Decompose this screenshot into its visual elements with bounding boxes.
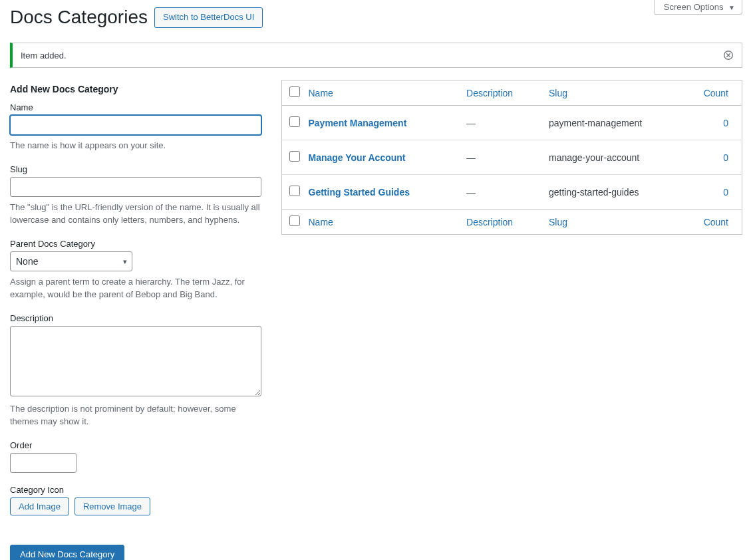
table-row: Getting Started Guides — getting-started… [282,175,742,210]
col-count-footer[interactable]: Count [704,217,728,227]
order-input[interactable] [10,453,76,473]
icon-label: Category Icon [10,485,261,495]
row-slug: getting-started-guides [542,175,688,210]
col-description-footer[interactable]: Description [466,217,513,227]
screen-options-label: Screen Options [664,2,724,12]
close-icon [724,51,733,60]
slug-help: The "slug" is the URL-friendly version o… [10,201,261,227]
select-all-bottom-checkbox[interactable] [289,215,300,226]
row-count-link[interactable]: 0 [723,152,728,163]
table-row: Payment Management — payment-management … [282,106,742,140]
description-textarea[interactable] [10,326,261,396]
row-description: — [460,175,542,210]
row-name-link[interactable]: Manage Your Account [309,152,406,163]
field-order: Order [10,440,261,473]
add-image-button[interactable]: Add Image [10,497,69,515]
row-checkbox[interactable] [289,151,300,162]
row-description: — [460,106,542,140]
row-name-link[interactable]: Payment Management [309,118,407,128]
description-label: Description [10,313,261,323]
row-slug: manage-your-account [542,140,688,175]
row-name-link[interactable]: Getting Started Guides [309,187,410,198]
categories-table: Name Description Slug Count Payment Mana… [281,80,742,235]
table-row: Manage Your Account — manage-your-accoun… [282,140,742,175]
field-slug: Slug The "slug" is the URL-friendly vers… [10,164,261,227]
field-description: Description The description is not promi… [10,313,261,428]
parent-select[interactable]: None [10,251,132,271]
switch-ui-button[interactable]: Switch to BetterDocs UI [154,7,263,28]
slug-label: Slug [10,164,261,174]
notice-success: Item added. [10,43,742,68]
chevron-down-icon: ▼ [728,4,735,11]
parent-help: Assign a parent term to create a hierarc… [10,275,261,301]
remove-image-button[interactable]: Remove Image [75,497,150,515]
row-count-link[interactable]: 0 [723,118,728,128]
col-name-footer[interactable]: Name [309,217,333,227]
page-title: Docs Categories [10,5,148,29]
row-description: — [460,140,542,175]
description-help: The description is not prominent by defa… [10,402,261,428]
col-slug-header[interactable]: Slug [549,88,567,98]
row-count-link[interactable]: 0 [723,187,728,198]
field-name: Name The name is how it appears on your … [10,102,261,152]
col-name-header[interactable]: Name [309,88,333,98]
row-slug: payment-management [542,106,688,140]
name-input[interactable] [10,115,261,135]
field-icon: Category Icon Add Image Remove Image [10,485,261,515]
form-heading: Add New Docs Category [10,84,261,94]
submit-button[interactable]: Add New Docs Category [10,545,124,560]
row-checkbox[interactable] [289,186,300,196]
field-parent: Parent Docs Category None ▾ Assign a par… [10,239,261,301]
screen-options-toggle[interactable]: Screen Options ▼ [654,0,742,15]
parent-label: Parent Docs Category [10,239,261,249]
select-all-top-checkbox[interactable] [289,86,300,97]
notice-dismiss-button[interactable] [723,50,734,61]
col-count-header[interactable]: Count [704,88,728,98]
name-help: The name is how it appears on your site. [10,139,261,152]
row-checkbox[interactable] [289,116,300,127]
order-label: Order [10,440,261,450]
name-label: Name [10,102,261,112]
col-description-header[interactable]: Description [466,88,513,98]
slug-input[interactable] [10,177,261,197]
col-slug-footer[interactable]: Slug [549,217,567,227]
notice-text: Item added. [21,51,67,61]
